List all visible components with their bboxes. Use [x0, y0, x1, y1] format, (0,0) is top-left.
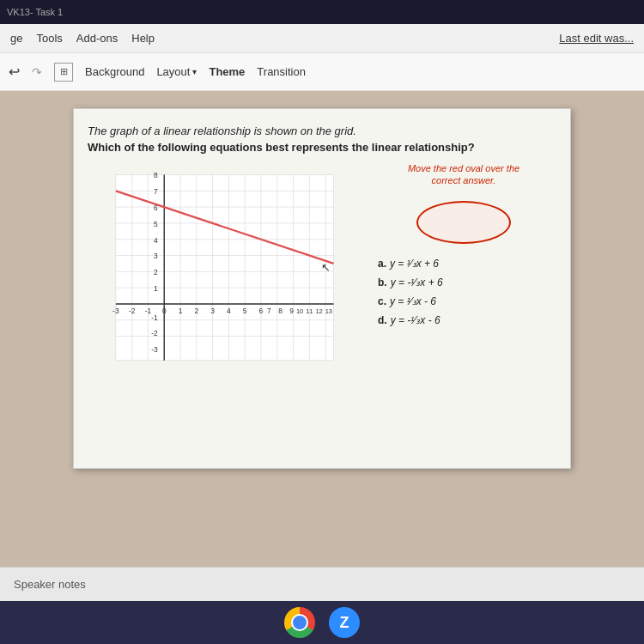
window-title: VK13- Task 1: [7, 7, 63, 17]
layout-dropdown-arrow: ▾: [192, 67, 197, 76]
answer-a: a. y = ¹⁄₃x + 6: [378, 258, 556, 270]
svg-text:11: 11: [306, 307, 313, 315]
svg-text:↖: ↖: [321, 261, 331, 274]
answer-b: b. y = -¹⁄₃x + 6: [378, 276, 556, 289]
svg-text:6: 6: [259, 307, 264, 315]
slide-question2: Which of the following equations best re…: [88, 141, 556, 154]
svg-text:7: 7: [154, 187, 158, 196]
svg-text:-2: -2: [129, 307, 136, 315]
red-oval[interactable]: [416, 201, 511, 244]
main-content: The graph of a linear relationship is sh…: [0, 91, 644, 567]
svg-text:3: 3: [210, 307, 215, 315]
svg-text:-3: -3: [151, 345, 158, 354]
graph-svg: 8 7 6 5 4 3 2 1 -1 -2 -3 0 -1 -2: [88, 162, 354, 377]
layout-button[interactable]: Layout ▾: [156, 65, 197, 78]
last-edit-label: Last edit was...: [559, 32, 634, 45]
menu-item-tools[interactable]: Tools: [36, 32, 62, 45]
theme-button[interactable]: Theme: [209, 65, 245, 78]
svg-text:7: 7: [267, 307, 271, 315]
top-bar: VK13- Task 1: [0, 0, 644, 24]
answer-d-eq: y = -¹⁄₃x - 6: [391, 314, 440, 326]
svg-text:8: 8: [154, 171, 158, 179]
chrome-icon[interactable]: [284, 607, 315, 638]
svg-text:2: 2: [194, 307, 198, 315]
svg-text:1: 1: [179, 307, 183, 315]
svg-text:-1: -1: [145, 307, 152, 315]
svg-text:3: 3: [154, 252, 158, 260]
svg-text:2: 2: [154, 268, 158, 276]
menu-bar: ge Tools Add-ons Help Last edit was...: [0, 24, 644, 53]
svg-text:13: 13: [325, 307, 332, 315]
answer-d-letter: d.: [378, 314, 387, 326]
zoom-icon[interactable]: Z: [329, 607, 360, 638]
redo-arrow-icon[interactable]: ↷: [32, 65, 42, 79]
background-button[interactable]: Background: [85, 65, 144, 78]
toolbar: ↩ ↷ ⊞ Background Layout ▾ Theme Transiti…: [0, 53, 644, 91]
answer-a-letter: a.: [378, 258, 386, 270]
answer-a-eq: y = ¹⁄₃x + 6: [390, 258, 439, 270]
slide-body: 8 7 6 5 4 3 2 1 -1 -2 -3 0 -1 -2: [88, 162, 556, 380]
back-arrow-icon[interactable]: ↩: [9, 64, 20, 80]
answer-options: a. y = ¹⁄₃x + 6 b. y = -¹⁄₃x + 6 c. y = …: [371, 258, 556, 326]
answer-b-letter: b.: [378, 276, 387, 289]
speaker-notes-label: Speaker notes: [14, 578, 86, 591]
svg-text:5: 5: [243, 307, 247, 315]
svg-text:9: 9: [289, 307, 294, 315]
slide-question1: The graph of a linear relationship is sh…: [88, 125, 556, 137]
svg-text:8: 8: [278, 307, 283, 315]
zoom-label: Z: [340, 614, 349, 632]
answer-c: c. y = ¹⁄₃x - 6: [378, 295, 556, 307]
slide: The graph of a linear relationship is sh…: [73, 108, 571, 469]
svg-text:-2: -2: [151, 330, 158, 338]
answer-c-letter: c.: [378, 295, 386, 307]
menu-item-addons[interactable]: Add-ons: [76, 32, 118, 45]
svg-text:1: 1: [154, 284, 158, 293]
answer-d: d. y = -¹⁄₃x - 6: [378, 314, 556, 326]
svg-text:10: 10: [296, 307, 303, 315]
answer-c-eq: y = ¹⁄₃x - 6: [390, 295, 436, 307]
svg-text:5: 5: [154, 220, 158, 228]
move-instruction: Move the red oval over the correct answe…: [408, 162, 519, 187]
menu-item-help[interactable]: Help: [131, 32, 155, 45]
speaker-notes[interactable]: Speaker notes: [0, 567, 644, 601]
svg-text:-1: -1: [151, 313, 158, 322]
graph-area: 8 7 6 5 4 3 2 1 -1 -2 -3 0 -1 -2: [88, 162, 362, 380]
insert-icon[interactable]: ⊞: [54, 63, 73, 82]
transition-button[interactable]: Transition: [257, 65, 306, 78]
svg-text:4: 4: [227, 307, 231, 315]
menu-item-ge[interactable]: ge: [10, 32, 22, 45]
svg-text:4: 4: [154, 236, 158, 245]
answer-area: Move the red oval over the correct answe…: [371, 162, 556, 326]
taskbar: Z: [0, 601, 644, 644]
svg-text:12: 12: [315, 307, 322, 315]
svg-text:0: 0: [162, 307, 167, 315]
answer-b-eq: y = -¹⁄₃x + 6: [391, 276, 443, 289]
svg-text:-3: -3: [112, 307, 119, 315]
